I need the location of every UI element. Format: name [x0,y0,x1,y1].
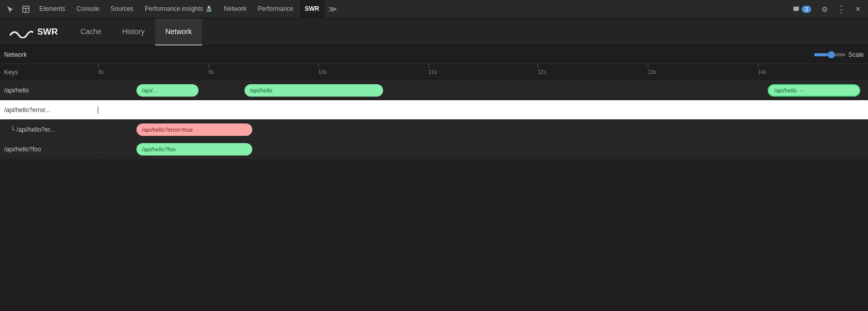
keys-label: Keys [0,69,98,76]
timeline-bar: /api/hello → [768,84,860,97]
data-rows: /api/hello/api/.../api/hello/api/hello →… [0,81,868,311]
tick-line [98,64,99,68]
tick-line [648,64,648,68]
swr-logo: SWR [8,26,58,38]
network-view: Network Scale Keys 8s 9s 10s 11s 12s 13s [0,45,868,311]
table-row[interactable]: /api/hello?foo/api/hello?foo [0,139,868,159]
tick-label: 12s [538,69,546,75]
timeline-bar: /api/hello?foo [136,143,252,156]
timeline-bar: /api/hello?error=true [136,123,252,136]
tick-line [429,64,429,68]
devtools-right-icons: 3 ⚙ ⋮ ✕ [788,2,865,17]
slider-thumb[interactable] [828,51,835,58]
row-timeline [98,100,868,120]
timeline-tick: 11s [429,64,437,75]
table-row[interactable]: /api/hello/api/.../api/hello/api/hello → [0,81,868,100]
tick-label: 9s [208,69,214,75]
tab-cache[interactable]: Cache [70,19,112,45]
network-header-row: Network Scale [0,45,868,64]
tab-sources[interactable]: Sources [105,0,139,19]
row-timeline: /api/.../api/hello/api/hello → [98,81,868,100]
tick-label: 10s [318,69,327,75]
scale-slider-container[interactable]: Scale [814,51,864,58]
tick-line [208,64,209,68]
row-timeline: /api/hello?foo [98,139,868,159]
timeline-tick: 12s [538,64,546,75]
row-key: /api/hello?error... [0,106,98,114]
cursor-icon[interactable] [3,2,18,17]
row-key: /api/hello?foo [0,146,98,153]
chat-button[interactable]: 3 [788,2,815,17]
swr-tabbar: SWR Cache History Network [0,19,868,45]
tab-network-swr[interactable]: Network [155,19,202,45]
tab-performance-insights[interactable]: Performance insights 🔬 [140,0,218,19]
row-key: └ /api/hello?er... [0,126,98,133]
devtools-tabbar: Elements Console Sources Performance ins… [0,0,868,19]
tick-label: 13s [648,69,656,75]
layout-icon[interactable] [19,2,33,17]
tick-line [758,64,758,68]
tick-label: 14s [758,69,766,75]
timeline-tick: 14s [758,64,766,75]
timeline-tick: 13s [648,64,656,75]
more-tabs-icon[interactable]: ≫ [326,2,340,17]
more-options-icon[interactable]: ⋮ [834,2,848,17]
keys-row: Keys 8s 9s 10s 11s 12s 13s 14s [0,64,868,81]
tab-console[interactable]: Console [71,0,104,19]
scale-label: Scale [848,51,864,58]
timeline-tick: 9s [208,64,214,75]
tab-swr[interactable]: SWR [300,0,325,19]
timeline-tick: 10s [318,64,327,75]
settings-icon[interactable]: ⚙ [817,2,832,17]
timeline-ticks: 8s 9s 10s 11s 12s 13s 14s [98,64,868,81]
table-row[interactable]: └ /api/hello?er.../api/hello?error=true [0,120,868,139]
tab-network[interactable]: Network [219,0,252,19]
close-icon[interactable]: ✕ [850,2,865,17]
row-key: /api/hello [0,87,98,94]
timeline-bar: /api/hello [245,84,383,97]
tab-performance[interactable]: Performance [253,0,299,19]
tick-label: 8s [98,69,104,75]
network-header-label: Network [4,51,102,58]
timeline-bar: /api/... [136,84,198,97]
tab-history[interactable]: History [112,19,155,45]
tab-elements[interactable]: Elements [34,0,70,19]
timeline-tick: 8s [98,64,104,75]
scale-control: Scale [814,51,864,58]
tick-line [318,64,319,68]
tick-line [538,64,538,68]
table-row[interactable]: /api/hello?error... [0,100,868,120]
row-timeline: /api/hello?error=true [98,120,868,139]
slider-track[interactable] [814,53,845,56]
tick-label: 11s [429,69,437,75]
